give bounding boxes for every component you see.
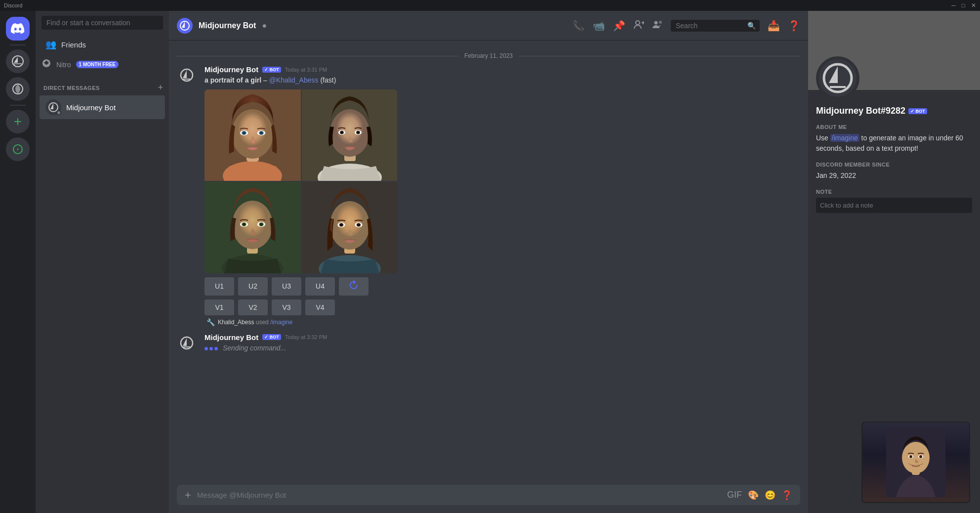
profile-avatar-large: [816, 56, 859, 100]
add-server-button[interactable]: +: [6, 110, 30, 133]
system-text: Khalid_Abess used /imagine: [218, 319, 292, 326]
message-input[interactable]: [197, 485, 721, 505]
system-message: 🔧 Khalid_Abess used /imagine: [169, 317, 808, 327]
sidebar-item-friends[interactable]: 👥 Friends: [40, 35, 165, 54]
svg-point-60: [919, 455, 922, 458]
portrait-1[interactable]: [204, 89, 301, 181]
member-since-section: DISCORD MEMBER SINCE Jan 29, 2022: [816, 162, 972, 181]
titlebar: Discord ─ □ ✕: [0, 0, 980, 11]
msg2-time: Today at 3:32 PM: [285, 334, 327, 340]
channel-search-input[interactable]: [671, 20, 760, 32]
system-username: Khalid_Abess: [218, 319, 254, 326]
message-input-wrapper: + GIF 🎨 😊 ❓: [177, 485, 800, 505]
message-input-area: + GIF 🎨 😊 ❓: [169, 485, 808, 513]
new-dm-button[interactable]: +: [156, 83, 165, 93]
sticker-icon[interactable]: 🎨: [748, 490, 759, 501]
about-section: ABOUT ME Use /imagine to generate an ima…: [816, 124, 972, 154]
inbox-icon[interactable]: 📥: [768, 20, 780, 32]
v2-button[interactable]: V2: [238, 299, 268, 315]
sidebar-item-midjourney-bot[interactable]: Midjourney Bot: [40, 95, 165, 119]
msg1-time: Today at 3:31 PM: [285, 67, 327, 73]
portrait-2[interactable]: [302, 89, 397, 181]
svg-point-27: [341, 131, 343, 133]
system-cmd: /imagine: [270, 319, 292, 326]
msg1-author: Midjourney Bot: [204, 65, 258, 74]
svg-point-7: [636, 21, 640, 25]
explore-button[interactable]: [6, 137, 30, 161]
msg1-text-bold: a portrait of a girl: [204, 76, 261, 84]
u4-button[interactable]: U4: [305, 277, 335, 296]
sidebar-search-area: [36, 11, 169, 35]
channel-icon: [177, 18, 193, 34]
about-title: ABOUT ME: [816, 124, 972, 130]
channel-verified-icon: ●: [262, 21, 267, 30]
msg1-text: a portrait of a girl – @Khalid_Abess (fa…: [204, 76, 800, 86]
note-field[interactable]: Click to add a note: [816, 198, 972, 213]
close-button[interactable]: ✕: [971, 2, 976, 9]
about-highlight: /imagine: [830, 134, 859, 142]
video-icon[interactable]: 📹: [593, 20, 605, 32]
friends-label: Friends: [61, 41, 86, 49]
msg2-content: Midjourney Bot ✓ BOT Today at 3:32 PM Se…: [204, 333, 800, 353]
dm-section-label: DIRECT MESSAGES: [43, 85, 100, 91]
portrait-4[interactable]: [302, 182, 397, 273]
date-label: February 11, 2023: [464, 52, 513, 59]
channel-header: Midjourney Bot ● 📞 📹 📌: [169, 11, 808, 41]
maximize-button[interactable]: □: [962, 2, 965, 9]
titlebar-title: Discord: [4, 2, 951, 8]
help-icon[interactable]: ❓: [788, 20, 800, 32]
friends-icon: 👥: [45, 39, 56, 50]
channel-name: Midjourney Bot: [199, 21, 256, 30]
msg2-avatar: [177, 333, 197, 353]
refresh-button[interactable]: [339, 277, 368, 296]
rail-divider-2: [10, 105, 26, 106]
message-2: Midjourney Bot ✓ BOT Today at 3:32 PM Se…: [169, 331, 808, 355]
midjourney-bot-avatar: [45, 99, 61, 115]
v3-button[interactable]: V3: [272, 299, 301, 315]
help-icon[interactable]: ❓: [781, 490, 792, 501]
dm-section-header: DIRECT MESSAGES +: [36, 75, 169, 95]
search-input[interactable]: [41, 16, 163, 30]
v4-button[interactable]: V4: [305, 299, 335, 315]
add-member-icon[interactable]: [633, 19, 644, 32]
emoji-icon[interactable]: 😊: [765, 490, 776, 501]
svg-point-48: [340, 223, 343, 226]
u2-button[interactable]: U2: [238, 277, 268, 296]
members-icon[interactable]: [652, 19, 663, 32]
svg-point-38: [243, 223, 245, 226]
dot-3: [214, 347, 218, 350]
msg2-bot-badge: ✓ BOT: [262, 334, 281, 340]
image-grid[interactable]: [204, 89, 397, 273]
svg-point-4: [17, 149, 19, 150]
attach-icon[interactable]: +: [185, 489, 191, 502]
server-openai-icon[interactable]: [6, 77, 30, 101]
u1-button[interactable]: U1: [204, 277, 234, 296]
profile-username: Midjourney Bot#9282: [816, 106, 905, 116]
msg2-author: Midjourney Bot: [204, 333, 258, 342]
server-sailboat-icon[interactable]: [6, 49, 30, 73]
phone-icon[interactable]: 📞: [572, 20, 585, 32]
dot-1: [204, 347, 208, 350]
sidebar-item-nitro[interactable]: Nitro 1 MONTH FREE: [36, 54, 169, 75]
gif-icon[interactable]: GIF: [727, 490, 742, 500]
search-wrapper: 🔍: [671, 20, 760, 32]
discord-home-button[interactable]: [6, 17, 30, 41]
portrait-3[interactable]: [204, 182, 301, 273]
svg-point-14: [232, 109, 273, 159]
pin-icon[interactable]: 📌: [613, 20, 625, 32]
msg1-avatar: [177, 65, 197, 85]
minimize-button[interactable]: ─: [951, 2, 956, 9]
messages-area[interactable]: February 11, 2023 Midjourney Bot ✓ BOT: [169, 41, 808, 485]
svg-point-8: [654, 21, 658, 25]
v1-button[interactable]: V1: [204, 299, 234, 315]
app-body: + 👥 Friends Nitro 1 MONTH FREE: [0, 11, 980, 513]
u3-button[interactable]: U3: [272, 277, 301, 296]
profile-name: Midjourney Bot#9282 ✓ BOT: [816, 106, 972, 116]
divider-line-left: [177, 56, 458, 56]
svg-point-17: [243, 131, 245, 134]
nitro-icon: [41, 58, 51, 71]
nitro-badge: 1 MONTH FREE: [76, 61, 119, 68]
titlebar-controls[interactable]: ─ □ ✕: [951, 2, 976, 9]
main-content: Midjourney Bot ● 📞 📹 📌: [169, 11, 808, 513]
video-person: [862, 423, 969, 502]
